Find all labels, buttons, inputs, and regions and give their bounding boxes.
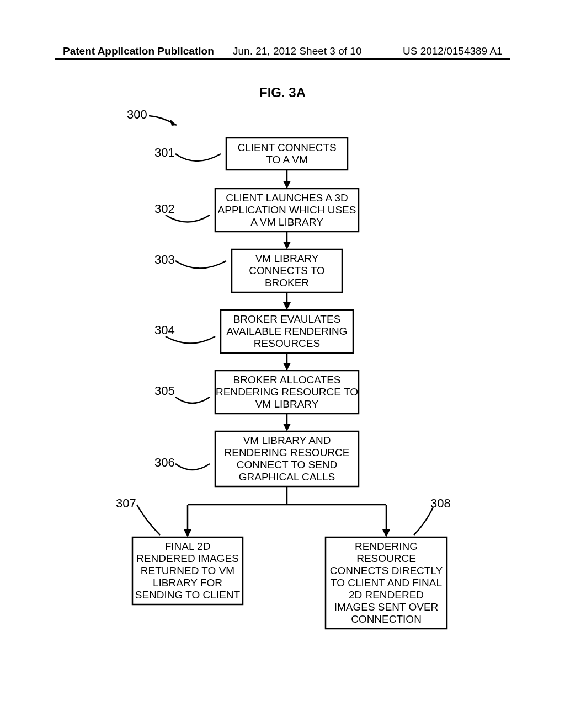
figure-title: FIG. 3A [0, 85, 565, 100]
node-301-num: 301 [154, 146, 175, 159]
node-302-num: 302 [154, 202, 175, 216]
node-301-line2: TO A VM [266, 154, 308, 165]
node-303-line2: CONNECTS TO [249, 265, 325, 276]
node-301-line1: CLIENT CONNECTS [237, 142, 336, 153]
flowchart-diagram: 300 CLIENT CONNECTS TO A VM 301 CLIENT L… [55, 105, 510, 700]
header-right: US 2012/0154389 A1 [403, 45, 503, 57]
node-307-line5: SENDING TO CLIENT [135, 589, 241, 601]
node-302-line3: A VM LIBRARY [250, 216, 323, 228]
node-304-line1: BROKER EVAULATES [233, 313, 341, 325]
node-308-line3: CONNECTS DIRECTLY [330, 565, 443, 576]
node-306-line3: CONNECT TO SEND [237, 459, 338, 470]
node-306-leader [175, 464, 210, 470]
node-306-line4: GRAPHICAL CALLS [239, 471, 335, 483]
ref-300-arrowhead [170, 119, 177, 126]
node-305-line2: RENDERING RESOURCE TO [216, 386, 358, 398]
node-303-line1: VM LIBRARY [255, 253, 319, 264]
node-307-num: 307 [116, 496, 136, 510]
edge-305-306-arrow [283, 424, 291, 431]
node-308-line4: TO CLIENT AND FINAL [331, 577, 442, 588]
edge-301-302-arrow [283, 181, 291, 189]
node-307-line4: LIBRARY FOR [153, 577, 222, 588]
edge-304-305-arrow [283, 363, 291, 371]
node-308-line2: RESOURCE [356, 553, 416, 564]
node-304-leader [166, 336, 215, 344]
node-302-line1: CLIENT LAUNCHES A 3D [226, 192, 348, 204]
ref-300-label: 300 [127, 108, 147, 121]
node-302-leader [166, 215, 210, 222]
edge-302-303-arrow [283, 242, 291, 249]
edge-306-307-arrow [184, 529, 191, 537]
edge-303-304-arrow [283, 302, 291, 310]
node-305-line3: VM LIBRARY [255, 398, 319, 410]
node-305-num: 305 [154, 384, 175, 398]
node-308-leader [414, 507, 433, 535]
node-307-line3: RETURNED TO VM [141, 565, 234, 576]
node-307-line1: FINAL 2D [165, 540, 211, 552]
header-rule [55, 58, 510, 60]
node-303-num: 303 [154, 253, 175, 266]
node-306-line2: RENDERING RESOURCE [225, 447, 350, 458]
node-303-leader [175, 261, 226, 269]
node-306-num: 306 [154, 456, 175, 469]
node-308-line7: CONNECTION [351, 613, 422, 625]
node-305-line1: BROKER ALLOCATES [233, 374, 341, 386]
node-308-line1: RENDERING [355, 540, 418, 552]
node-305-leader [175, 397, 210, 403]
node-304-line3: RESOURCES [254, 338, 320, 349]
node-303-line3: BROKER [265, 277, 309, 288]
header-left: Patent Application Publication [63, 45, 214, 57]
node-306-line1: VM LIBRARY AND [243, 435, 331, 446]
node-301-leader [175, 154, 221, 161]
node-307-leader [137, 505, 160, 535]
node-308-line5: 2D RENDERED [349, 589, 424, 601]
node-304-line2: AVAILABLE RENDERING [227, 325, 348, 337]
node-302-line2: APPLICATION WHICH USES [218, 204, 356, 216]
header-center: Jun. 21, 2012 Sheet 3 of 10 [233, 45, 361, 57]
edge-306-308-arrow [382, 529, 390, 537]
node-304-num: 304 [154, 323, 175, 337]
node-308-line6: IMAGES SENT OVER [334, 601, 439, 613]
node-307-line2: RENDERED IMAGES [136, 553, 239, 564]
